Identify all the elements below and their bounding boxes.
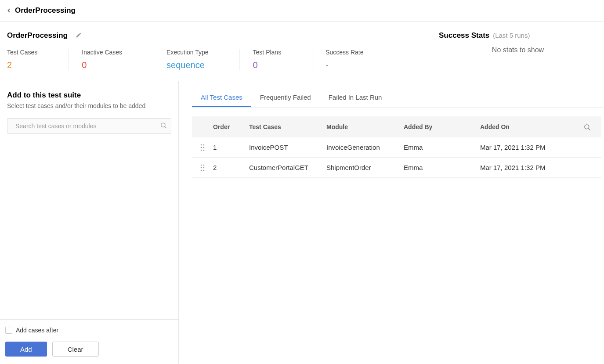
svg-point-8 [201,149,202,151]
sidebar: Add to this test suite Select test cases… [0,81,179,364]
drag-handle[interactable] [192,164,213,171]
stat-value: 0 [253,60,282,70]
svg-point-12 [201,167,202,168]
table-search-button[interactable] [580,123,593,131]
summary-left: OrderProcessing Test Cases2Inactive Case… [7,31,430,70]
stat-label: Test Plans [253,49,282,56]
stat-block: Test Cases2 [7,49,69,70]
tab[interactable]: Frequently Failed [251,89,320,107]
cell-testcase: CustomerPortalGET [249,164,326,171]
clear-button[interactable]: Clear [52,342,99,357]
table-wrap: Order Test Cases Module Added By Added O… [192,108,604,178]
stat-label: Inactive Cases [82,49,122,56]
cell-addedby: Emma [404,144,480,151]
svg-point-14 [201,169,202,171]
button-row: Add Clear [5,342,173,357]
svg-point-13 [203,167,205,168]
sidebar-bottom: Add cases after Add Clear [0,319,178,364]
col-module-header: Module [326,123,404,130]
stat-block: Execution Typesequence [166,49,239,70]
summary-section: OrderProcessing Test Cases2Inactive Case… [0,22,604,81]
svg-point-6 [201,147,202,148]
svg-point-10 [201,164,202,166]
page-title: OrderProcessing [15,6,76,15]
sidebar-title: Add to this test suite [7,91,171,100]
tab[interactable]: All Test Cases [192,89,251,107]
stat-value: 0 [82,60,122,70]
svg-point-5 [203,144,205,145]
cell-module: InvoiceGeneration [326,144,404,151]
col-order-header: Order [213,123,249,130]
table-row: 1InvoicePOSTInvoiceGenerationEmmaMar 17,… [192,137,601,158]
drag-handle[interactable] [192,144,213,151]
add-cases-after-label: Add cases after [16,327,58,334]
svg-point-7 [203,147,205,148]
stat-value: - [326,60,363,70]
drag-dots-icon [200,164,205,171]
cell-order: 1 [213,144,249,151]
svg-point-2 [584,124,589,129]
stat-label: Success Rate [326,49,363,56]
cell-order: 2 [213,164,249,171]
cell-module: ShipmentOrder [326,164,404,171]
col-addedon-header: Added On [480,123,580,130]
stat-block: Success Rate- [326,49,394,70]
add-cases-after-checkbox[interactable] [5,327,12,334]
suite-title: OrderProcessing [7,31,68,40]
sidebar-top: Add to this test suite Select test cases… [0,81,178,319]
stat-value: 2 [7,60,37,70]
svg-point-15 [203,169,205,171]
content: All Test CasesFrequently FailedFailed In… [179,81,604,364]
stat-label: Execution Type [166,49,208,56]
cell-testcase: InvoicePOST [249,144,326,151]
add-button[interactable]: Add [5,342,47,357]
cell-addedon: Mar 17, 2021 1:32 PM [480,164,588,171]
edit-suite-button[interactable] [76,32,83,39]
topbar: OrderProcessing [0,0,604,22]
sidebar-subtitle: Select test cases and/or their modules t… [7,102,171,109]
success-stats-header: Success Stats (Last 5 runs) [439,31,597,40]
success-stats-panel: Success Stats (Last 5 runs) No stats to … [430,31,597,70]
stat-block: Inactive Cases0 [82,49,153,70]
cell-addedby: Emma [404,164,480,171]
back-button[interactable] [4,5,14,16]
svg-point-4 [201,144,202,145]
table-header: Order Test Cases Module Added By Added O… [192,116,601,137]
search-icon [583,123,591,131]
search-wrap [7,118,171,134]
chevron-left-icon [6,7,12,14]
success-stats-title: Success Stats [439,31,489,40]
suite-title-row: OrderProcessing [7,31,430,40]
search-input[interactable] [7,118,171,134]
svg-line-3 [588,128,590,130]
svg-point-11 [203,164,205,166]
pencil-icon [76,32,82,38]
add-cases-after-row: Add cases after [5,327,173,334]
table-body: 1InvoicePOSTInvoiceGenerationEmmaMar 17,… [192,137,601,178]
col-addedby-header: Added By [404,123,480,130]
stat-block: Test Plans0 [253,49,313,70]
cell-addedon: Mar 17, 2021 1:32 PM [480,144,588,151]
col-testcases-header: Test Cases [249,123,326,130]
table-row: 2CustomerPortalGETShipmentOrderEmmaMar 1… [192,158,601,178]
drag-dots-icon [200,144,205,151]
tabs-row: All Test CasesFrequently FailedFailed In… [192,81,604,108]
success-stats-subtitle: (Last 5 runs) [493,32,530,39]
svg-point-9 [203,149,205,151]
stats-row: Test Cases2Inactive Cases0Execution Type… [7,49,430,70]
success-stats-empty: No stats to show [439,46,597,54]
tab[interactable]: Failed In Last Run [320,89,391,107]
stat-value: sequence [166,60,208,70]
stat-label: Test Cases [7,49,37,56]
main-area: Add to this test suite Select test cases… [0,81,604,364]
